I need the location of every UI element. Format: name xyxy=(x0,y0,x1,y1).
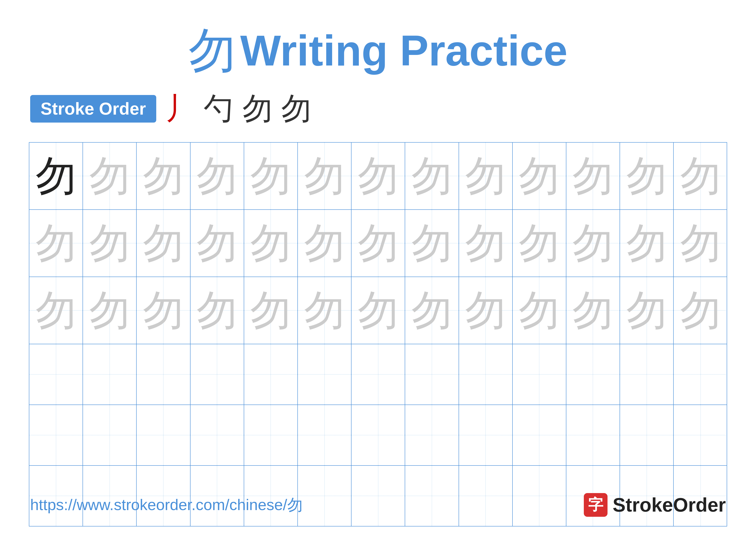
grid-cell[interactable] xyxy=(620,344,674,405)
grid-cell[interactable]: 勿 xyxy=(513,210,566,277)
grid-cell[interactable]: 勿 xyxy=(298,277,351,344)
footer: https://www.strokeorder.com/chinese/勿 字 … xyxy=(30,493,726,517)
cell-character: 勿 xyxy=(411,156,452,196)
cell-character: 勿 xyxy=(411,223,452,264)
stroke-step-2: 勺 xyxy=(204,88,234,129)
grid-cell[interactable] xyxy=(674,405,727,465)
grid-cell[interactable] xyxy=(459,344,513,405)
cell-character: 勿 xyxy=(197,223,237,264)
cell-character: 勿 xyxy=(250,223,291,264)
grid-cell[interactable] xyxy=(459,405,513,465)
grid-cell[interactable]: 勿 xyxy=(674,210,727,277)
cell-character: 勿 xyxy=(89,290,130,331)
grid-cell[interactable] xyxy=(298,405,351,465)
cell-character: 勿 xyxy=(143,156,184,196)
grid-cell[interactable]: 勿 xyxy=(620,277,674,344)
grid-cell[interactable] xyxy=(191,344,244,405)
brand-icon: 字 xyxy=(584,493,608,517)
cell-character: 勿 xyxy=(36,223,76,264)
grid-cell[interactable]: 勿 xyxy=(351,277,405,344)
grid-cell[interactable] xyxy=(298,344,351,405)
grid-cell[interactable] xyxy=(137,344,190,405)
stroke-step-3: 勿 xyxy=(242,88,273,129)
grid-cell[interactable]: 勿 xyxy=(191,210,244,277)
cell-character: 勿 xyxy=(626,156,667,196)
grid-cell[interactable] xyxy=(244,344,298,405)
cell-character: 勿 xyxy=(304,223,345,264)
cell-character: 勿 xyxy=(304,156,345,196)
grid-cell[interactable]: 勿 xyxy=(244,277,298,344)
cell-character: 勿 xyxy=(465,156,506,196)
grid-cell[interactable] xyxy=(566,405,620,465)
grid-cell[interactable]: 勿 xyxy=(620,210,674,277)
grid-cell[interactable]: 勿 xyxy=(244,142,298,209)
cell-character: 勿 xyxy=(143,223,184,264)
grid-cell[interactable] xyxy=(674,344,727,405)
cell-character: 勿 xyxy=(143,290,184,331)
grid-cell[interactable]: 勿 xyxy=(566,210,620,277)
grid-cell[interactable]: 勿 xyxy=(83,277,137,344)
grid-cell[interactable] xyxy=(513,405,566,465)
grid-cell[interactable] xyxy=(513,344,566,405)
grid-cell[interactable] xyxy=(29,405,83,465)
grid-cell[interactable]: 勿 xyxy=(459,210,513,277)
grid-row: 勿 勿 勿 勿 勿 勿 勿 勿 勿 勿 勿 勿 勿 xyxy=(29,210,727,277)
cell-character: 勿 xyxy=(89,223,130,264)
grid-cell[interactable]: 勿 xyxy=(566,142,620,209)
grid-cell[interactable]: 勿 xyxy=(191,142,244,209)
cell-character: 勿 xyxy=(680,223,721,264)
grid-cell[interactable]: 勿 xyxy=(83,142,137,209)
stroke-step-1: 丿 xyxy=(165,88,195,129)
page: 勿 Writing Practice Stroke Order 丿 勺 勿 勿 … xyxy=(0,0,756,534)
grid-cell[interactable]: 勿 xyxy=(351,210,405,277)
grid-cell[interactable] xyxy=(137,405,190,465)
grid-cell[interactable]: 勿 xyxy=(620,142,674,209)
grid-cell[interactable] xyxy=(351,405,405,465)
brand-name: StrokeOrder xyxy=(613,494,726,516)
cell-character: 勿 xyxy=(36,290,76,331)
grid-cell[interactable]: 勿 xyxy=(244,210,298,277)
grid-cell[interactable]: 勿 xyxy=(298,142,351,209)
grid-cell[interactable]: 勿 xyxy=(298,210,351,277)
cell-character: 勿 xyxy=(197,290,237,331)
grid-cell[interactable]: 勿 xyxy=(29,142,83,209)
cell-character: 勿 xyxy=(519,290,560,331)
stroke-order-badge: Stroke Order xyxy=(30,95,156,123)
grid-cell[interactable]: 勿 xyxy=(83,210,137,277)
cell-character: 勿 xyxy=(411,290,452,331)
grid-cell[interactable]: 勿 xyxy=(513,142,566,209)
cell-character: 勿 xyxy=(465,290,506,331)
title-character: 勿 xyxy=(189,27,236,74)
cell-character: 勿 xyxy=(358,156,399,196)
cell-character: 勿 xyxy=(519,223,560,264)
grid-cell[interactable]: 勿 xyxy=(459,142,513,209)
grid-cell[interactable] xyxy=(405,344,459,405)
grid-cell[interactable]: 勿 xyxy=(137,142,190,209)
grid-cell[interactable]: 勿 xyxy=(674,277,727,344)
grid-cell[interactable] xyxy=(351,344,405,405)
cell-character: 勿 xyxy=(358,290,399,331)
grid-cell[interactable] xyxy=(405,405,459,465)
grid-cell[interactable] xyxy=(83,405,137,465)
grid-cell[interactable]: 勿 xyxy=(191,277,244,344)
footer-url[interactable]: https://www.strokeorder.com/chinese/勿 xyxy=(30,495,303,515)
grid-cell[interactable]: 勿 xyxy=(137,277,190,344)
grid-cell[interactable]: 勿 xyxy=(566,277,620,344)
grid-cell[interactable]: 勿 xyxy=(405,210,459,277)
grid-cell[interactable]: 勿 xyxy=(674,142,727,209)
grid-cell[interactable] xyxy=(191,405,244,465)
grid-cell[interactable]: 勿 xyxy=(29,277,83,344)
grid-cell[interactable]: 勿 xyxy=(513,277,566,344)
grid-cell[interactable] xyxy=(620,405,674,465)
grid-cell[interactable]: 勿 xyxy=(405,142,459,209)
grid-cell[interactable] xyxy=(566,344,620,405)
grid-cell[interactable] xyxy=(83,344,137,405)
grid-cell[interactable] xyxy=(244,405,298,465)
grid-cell[interactable]: 勿 xyxy=(137,210,190,277)
grid-cell[interactable]: 勿 xyxy=(459,277,513,344)
grid-cell[interactable]: 勿 xyxy=(29,210,83,277)
grid-row: 勿 勿 勿 勿 勿 勿 勿 勿 勿 勿 勿 勿 勿 xyxy=(29,142,727,210)
grid-cell[interactable]: 勿 xyxy=(351,142,405,209)
grid-cell[interactable] xyxy=(29,344,83,405)
grid-cell[interactable]: 勿 xyxy=(405,277,459,344)
